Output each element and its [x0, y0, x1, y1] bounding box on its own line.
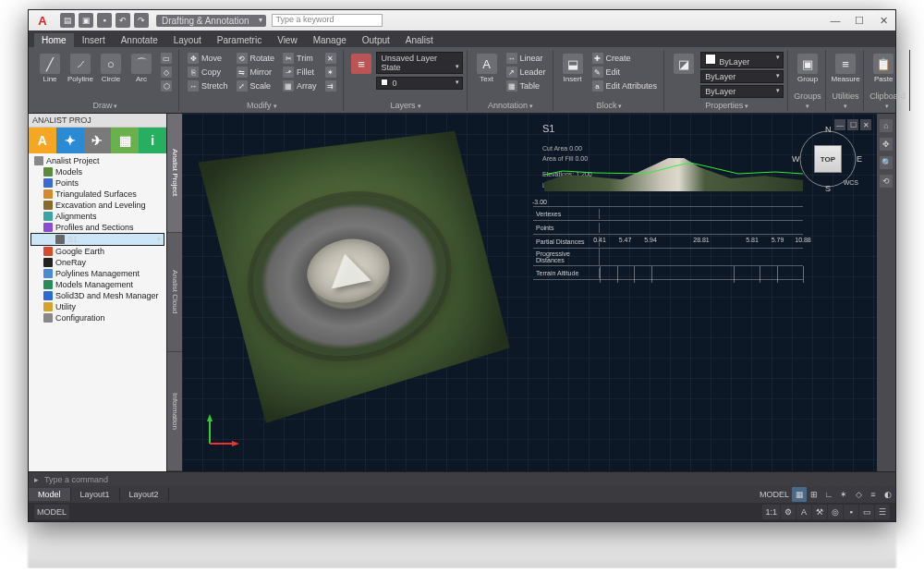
text-button[interactable]: AText: [473, 52, 501, 85]
tab-analist[interactable]: Analist: [398, 33, 441, 47]
panel-label-annotation[interactable]: Annotation: [473, 100, 549, 111]
ucs-icon[interactable]: [204, 412, 241, 449]
status-osnap-icon[interactable]: ◇: [851, 487, 866, 502]
status-ortho-icon[interactable]: ∟: [821, 487, 836, 502]
workspace-selector[interactable]: Drafting & Annotation: [156, 15, 266, 27]
qat-redo-icon[interactable]: ↷: [134, 13, 149, 28]
vtab-1[interactable]: Analist Cloud: [167, 233, 182, 352]
paste-button[interactable]: 📋Paste: [869, 52, 897, 85]
linetype-select[interactable]: ByLayer: [700, 85, 784, 98]
tree-item[interactable]: Google Earth: [30, 246, 164, 257]
sidebar-launcher-0[interactable]: A: [29, 128, 56, 153]
lineweight-select[interactable]: ByLayer: [700, 70, 784, 83]
sidebar-launcher-3[interactable]: ▦: [111, 128, 139, 153]
tab-annotate[interactable]: Annotate: [114, 33, 165, 47]
project-tree[interactable]: Analist ProjectModelsPointsTriangulated …: [29, 153, 166, 471]
layout-tab-model[interactable]: Model: [29, 488, 71, 501]
panel-label-layers[interactable]: Layers: [349, 100, 463, 111]
minimize-button[interactable]: —: [823, 10, 847, 30]
layout-tab-layout1[interactable]: Layout1: [71, 488, 120, 501]
sidebar-launcher-1[interactable]: ✦: [56, 128, 84, 153]
close-button[interactable]: ✕: [871, 10, 895, 30]
status-gear-icon[interactable]: ⚙: [781, 505, 796, 519]
tree-item[interactable]: S1: [30, 233, 164, 246]
panel-label-draw[interactable]: Draw: [36, 100, 175, 111]
view-cube[interactable]: N E S W WCS TOP: [796, 127, 860, 191]
polyline-button[interactable]: ⟋Polyline: [67, 52, 94, 85]
tab-home[interactable]: Home: [34, 33, 74, 47]
trim-button[interactable]: ✂Trim: [280, 52, 320, 65]
qat-open-icon[interactable]: ▣: [79, 13, 93, 28]
status-workspace-icon[interactable]: ⚒: [812, 505, 827, 519]
vtab-2[interactable]: Information: [167, 352, 182, 471]
draw-extra-3[interactable]: ⬡: [158, 79, 175, 92]
panel-label-utilities[interactable]: Utilities: [832, 91, 859, 111]
app-logo-icon[interactable]: A: [34, 12, 51, 29]
nav-zoom-icon[interactable]: 🔍: [880, 156, 893, 169]
layout-tab-layout2[interactable]: Layout2: [120, 488, 169, 501]
scale-button[interactable]: ⤢Scale: [234, 79, 278, 92]
linear-dim-button[interactable]: ↔Linear: [504, 52, 549, 65]
nav-pan-icon[interactable]: ✥: [880, 138, 893, 151]
tree-item[interactable]: Analist Project: [30, 155, 164, 166]
tab-insert[interactable]: Insert: [75, 33, 113, 47]
status-model-badge[interactable]: MODEL: [34, 505, 69, 519]
draw-extra-2[interactable]: ◇: [158, 66, 175, 79]
command-line[interactable]: ▸ Type a command: [29, 471, 895, 486]
erase-button[interactable]: ✕: [322, 52, 339, 65]
move-button[interactable]: ✥Move: [185, 52, 231, 65]
tab-view[interactable]: View: [270, 33, 305, 47]
stretch-button[interactable]: ↔Stretch: [185, 79, 231, 92]
status-clean-icon[interactable]: ▭: [859, 505, 874, 519]
layer-current-select[interactable]: 0: [376, 77, 462, 90]
tree-item[interactable]: Configuration: [30, 312, 164, 323]
circle-button[interactable]: ○Circle: [97, 52, 125, 85]
group-button[interactable]: ▣Group: [794, 52, 821, 85]
tree-item[interactable]: Solid3D and Mesh Manager: [30, 290, 164, 301]
tree-item[interactable]: Triangulated Surfaces: [30, 189, 164, 200]
mirror-button[interactable]: ⇋Mirror: [234, 66, 278, 79]
status-isolate-icon[interactable]: ◎: [828, 505, 843, 519]
status-hw-icon[interactable]: ▪: [844, 505, 858, 519]
status-transparency-icon[interactable]: ◐: [881, 487, 895, 502]
tree-item[interactable]: Models Management: [30, 279, 164, 290]
tree-item[interactable]: OneRay: [30, 257, 164, 268]
copy-button[interactable]: ⎘Copy: [185, 66, 231, 79]
explode-button[interactable]: ✶: [322, 66, 339, 79]
status-scale[interactable]: 1:1: [762, 505, 780, 519]
status-anno-icon[interactable]: A: [796, 505, 811, 519]
tree-item[interactable]: Utility: [30, 301, 164, 312]
panel-label-clipboard[interactable]: Clipboard: [869, 91, 906, 111]
edit-block-button[interactable]: ✎Edit: [590, 66, 661, 79]
status-custom-icon[interactable]: ☰: [875, 505, 890, 519]
nav-home-icon[interactable]: ⌂: [880, 119, 893, 132]
sidebar-launcher-2[interactable]: ✈: [84, 128, 112, 153]
qat-save-icon[interactable]: ▪: [97, 13, 112, 28]
line-button[interactable]: ╱Line: [36, 52, 64, 85]
layer-state-select[interactable]: Unsaved Layer State: [376, 52, 462, 74]
draw-extra-1[interactable]: ▭: [158, 52, 175, 65]
leader-button[interactable]: ↗Leader: [504, 66, 549, 79]
measure-button[interactable]: ≡Measure: [832, 52, 859, 85]
panel-label-modify[interactable]: Modify: [185, 100, 339, 111]
color-select[interactable]: ByLayer: [700, 52, 784, 68]
tab-manage[interactable]: Manage: [306, 33, 354, 47]
tab-parametric[interactable]: Parametric: [210, 33, 269, 47]
status-polar-icon[interactable]: ✶: [836, 487, 851, 502]
tree-item[interactable]: Profiles and Sections: [30, 222, 164, 233]
layer-props-button[interactable]: ≡: [349, 52, 374, 76]
tree-item[interactable]: Models: [30, 166, 164, 177]
status-lwt-icon[interactable]: ≡: [866, 487, 881, 502]
create-block-button[interactable]: ✚Create: [590, 52, 661, 65]
drawing-viewport[interactable]: — ☐ ✕: [182, 114, 877, 471]
arc-button[interactable]: ⌒Arc: [128, 52, 155, 85]
maximize-button[interactable]: ☐: [847, 10, 871, 30]
status-snap-icon[interactable]: ⊞: [807, 487, 821, 502]
status-model-label[interactable]: MODEL: [757, 487, 792, 502]
tab-output[interactable]: Output: [355, 33, 397, 47]
panel-label-groups[interactable]: Groups: [794, 91, 821, 111]
panel-label-block[interactable]: Block: [559, 100, 661, 111]
vtab-0[interactable]: Analist Project: [167, 114, 182, 233]
table-button[interactable]: ▦Table: [504, 79, 549, 92]
offset-button[interactable]: ⇉: [322, 79, 339, 92]
